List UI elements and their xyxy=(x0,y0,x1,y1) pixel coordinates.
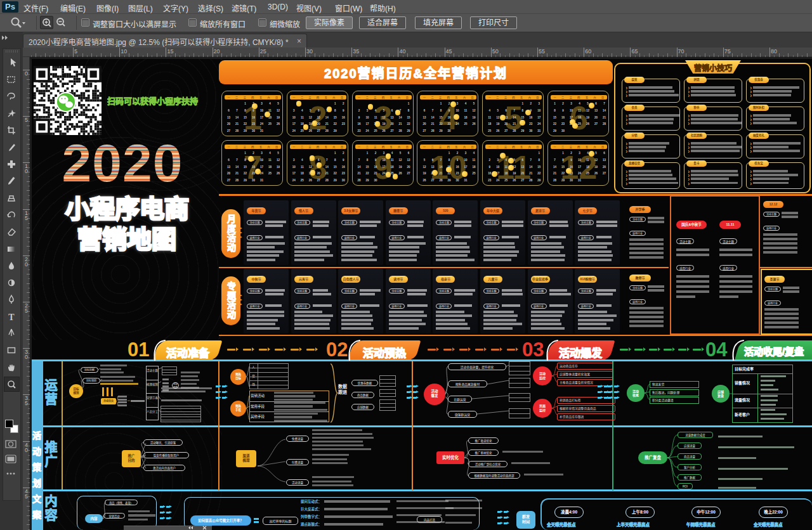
svg-text:T: T xyxy=(8,313,15,322)
